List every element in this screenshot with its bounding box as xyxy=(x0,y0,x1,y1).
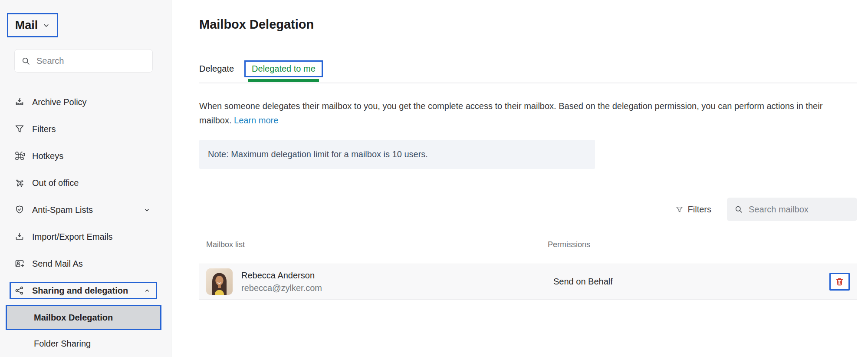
sidebar-item-label: Mailbox Delegation xyxy=(34,313,113,323)
archive-icon xyxy=(14,97,25,107)
filter-icon xyxy=(675,205,684,214)
mailbox-cell: Rebecca Anderson rebecca@zylker.com xyxy=(206,268,548,295)
sidebar-item-sharing-and-delegation[interactable]: Sharing and delegation xyxy=(0,277,171,304)
sidebar-item-label: Archive Policy xyxy=(32,97,87,107)
sidebar-item-anti-spam-lists[interactable]: Anti-Spam Lists xyxy=(0,196,171,223)
settings-search[interactable] xyxy=(14,49,153,73)
learn-more-link[interactable]: Learn more xyxy=(234,116,278,125)
import-export-icon xyxy=(14,231,25,242)
search-icon xyxy=(21,56,30,66)
note-text: Note: Maximum delegation limit for a mai… xyxy=(208,149,428,159)
delete-delegate-button[interactable] xyxy=(829,273,850,291)
avatar xyxy=(206,268,233,295)
sidebar-item-label: Filters xyxy=(32,124,56,134)
tab-delegate[interactable]: Delegate xyxy=(199,64,234,74)
sidebar-item-label: Send Mail As xyxy=(32,259,83,269)
sidebar-item-label: Sharing and delegation xyxy=(32,286,128,296)
airplane-icon xyxy=(14,178,25,188)
table-row: Rebecca Anderson rebecca@zylker.com Send… xyxy=(199,264,857,300)
delegation-description: When someone delegates their mailbox to … xyxy=(199,99,857,128)
trash-icon xyxy=(835,277,845,287)
description-text: When someone delegates their mailbox to … xyxy=(199,101,822,125)
column-header-mailbox-list: Mailbox list xyxy=(206,240,548,249)
sidebar-item-label: Anti-Spam Lists xyxy=(32,205,93,215)
settings-sidebar: Mail Archive Policy Filters xyxy=(0,0,171,357)
chevron-down-icon xyxy=(43,22,50,29)
tabs-divider xyxy=(199,83,857,83)
filters-button[interactable]: Filters xyxy=(675,205,711,215)
sidebar-item-out-of-office[interactable]: Out of office xyxy=(0,169,171,196)
settings-nav: Archive Policy Filters Hotkeys Out of of… xyxy=(0,89,171,357)
sidebar-item-send-mail-as[interactable]: Send Mail As xyxy=(0,250,171,277)
sidebar-item-import-export-emails[interactable]: Import/Export Emails xyxy=(0,223,171,250)
table-header: Mailbox list Permissions xyxy=(199,240,857,249)
tab-delegated-to-me[interactable]: Delegated to me xyxy=(244,60,323,77)
mailbox-search[interactable] xyxy=(727,198,857,221)
share-icon xyxy=(14,285,25,296)
mail-app-switcher[interactable]: Mail xyxy=(7,13,58,37)
mail-app-label: Mail xyxy=(15,19,38,32)
sidebar-item-filters[interactable]: Filters xyxy=(0,116,171,142)
mail-settings-page: Mail Archive Policy Filters xyxy=(0,0,868,357)
sidebar-item-mailbox-delegation[interactable]: Mailbox Delegation xyxy=(6,305,161,330)
shield-check-icon xyxy=(14,205,25,215)
settings-search-input[interactable] xyxy=(36,56,146,66)
search-icon xyxy=(734,205,743,214)
sidebar-item-folder-sharing[interactable]: Folder Sharing xyxy=(0,330,171,357)
tabs: Delegate Delegated to me xyxy=(199,60,857,83)
sidebar-item-label: Import/Export Emails xyxy=(32,232,113,242)
column-header-permissions: Permissions xyxy=(548,240,590,249)
sidebar-item-label: Folder Sharing xyxy=(34,339,91,349)
page-title: Mailbox Delegation xyxy=(199,17,857,32)
delegate-email: rebecca@zylker.com xyxy=(241,283,322,293)
focus-outline: Sharing and delegation xyxy=(10,282,157,299)
delegate-permission: Send on Behalf xyxy=(548,277,829,287)
sidebar-item-archive-policy[interactable]: Archive Policy xyxy=(0,89,171,116)
note-banner: Note: Maximum delegation limit for a mai… xyxy=(199,140,595,169)
send-mail-as-icon xyxy=(14,258,25,269)
filter-icon xyxy=(14,124,25,134)
sidebar-item-hotkeys[interactable]: Hotkeys xyxy=(0,142,171,169)
delegate-name: Rebecca Anderson xyxy=(241,271,322,281)
filters-label: Filters xyxy=(688,205,711,215)
list-toolbar: Filters xyxy=(199,198,857,221)
command-icon xyxy=(14,151,25,161)
mailbox-delegation-panel: Mailbox Delegation Delegate Delegated to… xyxy=(171,0,868,357)
chevron-down-icon xyxy=(143,206,151,214)
mailbox-search-input[interactable] xyxy=(749,205,850,215)
sidebar-item-label: Hotkeys xyxy=(32,151,63,161)
sidebar-item-label: Out of office xyxy=(32,178,79,188)
chevron-up-icon xyxy=(144,287,151,294)
delegate-identity: Rebecca Anderson rebecca@zylker.com xyxy=(241,271,322,293)
